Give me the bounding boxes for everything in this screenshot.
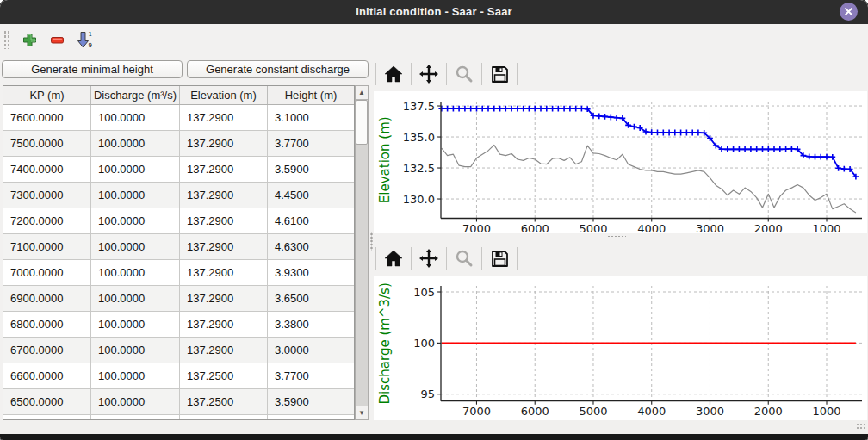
- column-header[interactable]: Discharge (m³/s): [91, 86, 180, 104]
- table-cell[interactable]: 7200.0000: [3, 208, 91, 233]
- close-icon: [844, 7, 853, 16]
- table-cell[interactable]: 3.9300: [268, 260, 354, 285]
- home-button[interactable]: [378, 245, 409, 272]
- pan-icon: [419, 65, 438, 84]
- table-cell[interactable]: 100.0000: [91, 131, 180, 156]
- pan-icon: [419, 249, 438, 268]
- table-cell[interactable]: 137.2900: [180, 260, 268, 285]
- table-scrollbar[interactable]: ▲ ▼: [355, 85, 369, 420]
- table-cell[interactable]: 100.0000: [91, 208, 180, 233]
- close-button[interactable]: [840, 3, 858, 21]
- table-cell[interactable]: 137.2900: [180, 131, 268, 156]
- table-cell[interactable]: 6700.0000: [3, 338, 91, 363]
- x-tick-label: 6000: [521, 405, 549, 418]
- initial-condition-table: KP (m)Discharge (m³/s)Elevation (m)Heigh…: [3, 85, 355, 420]
- zoom-button[interactable]: [449, 60, 480, 88]
- scroll-up-button[interactable]: ▲: [356, 86, 368, 100]
- x-tick-label: 3000: [696, 222, 724, 233]
- table-cell[interactable]: 3.7700: [268, 131, 354, 156]
- table-cell[interactable]: 3.3800: [268, 312, 354, 337]
- table-cell[interactable]: 137.2900: [180, 157, 268, 182]
- resize-grip[interactable]: [856, 423, 865, 431]
- table-cell[interactable]: 100.0000: [91, 234, 180, 259]
- y-axis-label: Discharge (m^3/s): [377, 282, 393, 404]
- table-cell[interactable]: 4.4500: [268, 183, 354, 208]
- table-cell[interactable]: 100.0000: [91, 157, 180, 182]
- discharge-plot-toolbar: [374, 241, 867, 276]
- svg-text:1: 1: [89, 31, 92, 38]
- table-row: 7100.0000100.0000137.29004.6300: [3, 234, 354, 260]
- home-button[interactable]: [378, 60, 409, 88]
- pan-button[interactable]: [413, 245, 444, 272]
- discharge-plot-canvas: 700060005000400030002000100010510095Disc…: [374, 276, 867, 420]
- table-cell[interactable]: 6600.0000: [3, 363, 91, 388]
- table-cell[interactable]: 100.0000: [91, 105, 180, 130]
- table-cell[interactable]: 100.0000: [91, 183, 180, 208]
- table-cell[interactable]: 100.0000: [91, 338, 180, 363]
- table-cell[interactable]: 137.2500: [180, 363, 268, 388]
- save-icon: [491, 250, 509, 268]
- table-cell[interactable]: 3.0000: [268, 338, 354, 363]
- window-title: Initial condition - Saar - Saar: [0, 0, 868, 24]
- table-cell[interactable]: 137.2900: [180, 338, 268, 363]
- table-cell[interactable]: 4.6300: [268, 234, 354, 259]
- zoom-button[interactable]: [449, 245, 480, 272]
- elevation-plot-toolbar: [374, 57, 867, 91]
- discharge-chart: 700060005000400030002000100010510095Disc…: [374, 276, 867, 420]
- x-tick-label: 7000: [462, 405, 491, 418]
- table-cell[interactable]: 4.6100: [268, 208, 354, 233]
- svg-text:9: 9: [89, 42, 92, 49]
- table-cell[interactable]: 6800.0000: [3, 312, 91, 337]
- table-cell[interactable]: 7300.0000: [3, 183, 91, 208]
- table-cell[interactable]: 137.2500: [180, 389, 268, 414]
- table-cell[interactable]: 100.0000: [91, 312, 180, 337]
- table-cell[interactable]: 7000.0000: [3, 260, 91, 285]
- table-cell[interactable]: 3.5900: [268, 157, 354, 182]
- table-cell[interactable]: 3.1000: [268, 105, 354, 130]
- y-tick-label: 105: [413, 286, 435, 299]
- scrollbar-thumb[interactable]: [356, 100, 368, 145]
- toolbar-drag-handle[interactable]: [3, 30, 9, 49]
- table-cell[interactable]: 137.2900: [180, 208, 268, 233]
- table-cell[interactable]: 100.0000: [91, 260, 180, 285]
- table-cell[interactable]: 3.6500: [268, 286, 354, 311]
- table-cell[interactable]: 6900.0000: [3, 286, 91, 311]
- app-window: Initial condition - Saar - Saar 1: [0, 0, 868, 440]
- table-cell[interactable]: 3.5900: [268, 389, 354, 414]
- splitter-grip-icon: [370, 232, 373, 251]
- column-header[interactable]: KP (m): [3, 86, 91, 104]
- table-cell[interactable]: 7500.0000: [3, 131, 91, 156]
- sort-rows-button[interactable]: 1 9: [71, 28, 97, 52]
- x-tick-label: 3000: [696, 405, 724, 418]
- horizontal-splitter[interactable]: [374, 233, 867, 241]
- table-cell[interactable]: 100.0000: [91, 286, 180, 311]
- table-cell[interactable]: 100.0000: [91, 363, 180, 388]
- save-icon: [491, 65, 509, 84]
- save-button[interactable]: [484, 60, 515, 88]
- table-cell[interactable]: 7600.0000: [3, 105, 91, 130]
- generate-constant-discharge-button[interactable]: Generate constant discharge: [187, 60, 369, 78]
- generate-minimal-height-button[interactable]: Generate minimal height: [2, 60, 183, 78]
- remove-row-button[interactable]: [44, 28, 70, 52]
- table-row: 6800.0000100.0000137.29003.3800: [3, 312, 354, 338]
- scroll-down-button[interactable]: ▼: [356, 406, 368, 419]
- water-elevation-line: [442, 108, 856, 177]
- bed-elevation-line: [442, 145, 856, 213]
- table-cell[interactable]: 137.2900: [180, 234, 268, 259]
- table-cell[interactable]: 137.2900: [180, 312, 268, 337]
- add-row-button[interactable]: [16, 28, 42, 52]
- table-cell[interactable]: 7100.0000: [3, 234, 91, 259]
- table-cell[interactable]: 6500.0000: [3, 389, 91, 414]
- column-header[interactable]: Elevation (m): [180, 86, 268, 104]
- table-cell[interactable]: 137.2900: [180, 105, 268, 130]
- column-header[interactable]: Height (m): [268, 86, 354, 104]
- table-cell[interactable]: 137.2900: [180, 286, 268, 311]
- table-cell[interactable]: 7400.0000: [3, 157, 91, 182]
- table-cell[interactable]: 137.2900: [180, 183, 268, 208]
- sort-ascending-icon: 1 9: [75, 30, 94, 49]
- save-button[interactable]: [484, 245, 515, 272]
- pan-button[interactable]: [413, 60, 444, 88]
- table-cell[interactable]: 100.0000: [91, 389, 180, 414]
- titlebar[interactable]: Initial condition - Saar - Saar: [0, 0, 868, 24]
- table-cell[interactable]: 3.7700: [268, 363, 354, 388]
